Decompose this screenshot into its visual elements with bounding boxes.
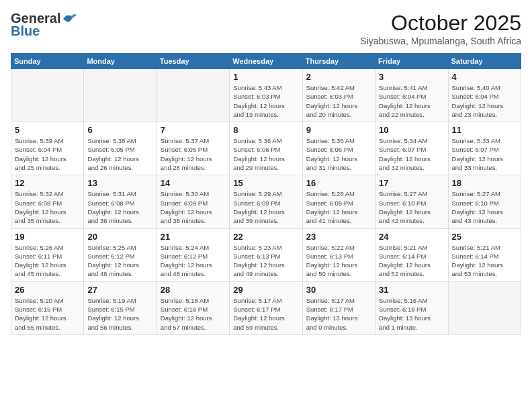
col-saturday: Saturday xyxy=(448,54,521,69)
day-number: 14 xyxy=(161,178,226,188)
day-info: Sunrise: 5:19 AMSunset: 6:15 PMDaylight:… xyxy=(87,296,152,332)
day-number: 8 xyxy=(233,125,298,135)
calendar-cell: 26Sunrise: 5:20 AMSunset: 6:15 PMDayligh… xyxy=(11,281,84,334)
day-number: 4 xyxy=(452,72,517,82)
calendar-cell: 9Sunrise: 5:35 AMSunset: 6:06 PMDaylight… xyxy=(302,122,375,175)
day-info: Sunrise: 5:16 AMSunset: 6:18 PMDaylight:… xyxy=(379,296,444,332)
day-number: 25 xyxy=(452,232,517,242)
calendar-cell xyxy=(84,69,157,122)
day-info: Sunrise: 5:43 AMSunset: 6:03 PMDaylight:… xyxy=(233,83,298,119)
calendar-cell: 13Sunrise: 5:31 AMSunset: 6:08 PMDayligh… xyxy=(84,175,157,228)
calendar-cell: 31Sunrise: 5:16 AMSunset: 6:18 PMDayligh… xyxy=(375,281,448,334)
day-number: 26 xyxy=(15,285,80,295)
month-title: October 2025 xyxy=(360,11,521,36)
day-number: 1 xyxy=(233,72,298,82)
day-info: Sunrise: 5:22 AMSunset: 6:13 PMDaylight:… xyxy=(306,243,371,279)
calendar-cell: 8Sunrise: 5:36 AMSunset: 6:06 PMDaylight… xyxy=(230,122,302,175)
calendar-cell: 17Sunrise: 5:27 AMSunset: 6:10 PMDayligh… xyxy=(375,175,448,228)
calendar-week-5: 26Sunrise: 5:20 AMSunset: 6:15 PMDayligh… xyxy=(11,281,521,334)
day-info: Sunrise: 5:34 AMSunset: 6:07 PMDaylight:… xyxy=(379,136,444,172)
header-row: Sunday Monday Tuesday Wednesday Thursday… xyxy=(11,54,521,69)
location-subtitle: Siyabuswa, Mpumalanga, South Africa xyxy=(360,36,521,46)
day-number: 18 xyxy=(452,178,517,188)
calendar-cell: 27Sunrise: 5:19 AMSunset: 6:15 PMDayligh… xyxy=(84,281,157,334)
day-info: Sunrise: 5:25 AMSunset: 6:12 PMDaylight:… xyxy=(87,243,152,279)
day-info: Sunrise: 5:24 AMSunset: 6:12 PMDaylight:… xyxy=(161,243,226,279)
calendar-cell: 12Sunrise: 5:32 AMSunset: 6:08 PMDayligh… xyxy=(11,175,84,228)
day-number: 2 xyxy=(306,72,371,82)
day-info: Sunrise: 5:42 AMSunset: 6:03 PMDaylight:… xyxy=(306,83,371,119)
day-info: Sunrise: 5:31 AMSunset: 6:08 PMDaylight:… xyxy=(87,189,152,225)
day-number: 3 xyxy=(379,72,444,82)
calendar-cell: 10Sunrise: 5:34 AMSunset: 6:07 PMDayligh… xyxy=(375,122,448,175)
day-number: 9 xyxy=(306,125,371,135)
title-area: October 2025 Siyabuswa, Mpumalanga, Sout… xyxy=(360,11,521,46)
day-number: 13 xyxy=(87,178,152,188)
calendar-cell: 25Sunrise: 5:21 AMSunset: 6:14 PMDayligh… xyxy=(448,228,521,281)
logo-blue-text: Blue xyxy=(11,24,40,39)
day-number: 7 xyxy=(161,125,226,135)
logo-bird-icon xyxy=(62,12,77,24)
calendar-cell xyxy=(448,281,521,334)
calendar-cell: 15Sunrise: 5:29 AMSunset: 6:09 PMDayligh… xyxy=(230,175,302,228)
day-number: 29 xyxy=(233,285,298,295)
day-info: Sunrise: 5:27 AMSunset: 6:10 PMDaylight:… xyxy=(379,189,444,225)
calendar-cell: 30Sunrise: 5:17 AMSunset: 6:17 PMDayligh… xyxy=(302,281,375,334)
day-info: Sunrise: 5:27 AMSunset: 6:10 PMDaylight:… xyxy=(452,189,517,225)
day-info: Sunrise: 5:40 AMSunset: 6:04 PMDaylight:… xyxy=(452,83,517,119)
calendar-cell: 6Sunrise: 5:38 AMSunset: 6:05 PMDaylight… xyxy=(84,122,157,175)
day-info: Sunrise: 5:37 AMSunset: 6:05 PMDaylight:… xyxy=(161,136,226,172)
calendar-cell: 23Sunrise: 5:22 AMSunset: 6:13 PMDayligh… xyxy=(302,228,375,281)
day-number: 16 xyxy=(306,178,371,188)
day-number: 21 xyxy=(161,232,226,242)
day-info: Sunrise: 5:29 AMSunset: 6:09 PMDaylight:… xyxy=(233,189,298,225)
calendar-cell: 28Sunrise: 5:18 AMSunset: 6:16 PMDayligh… xyxy=(157,281,229,334)
calendar-cell: 19Sunrise: 5:26 AMSunset: 6:11 PMDayligh… xyxy=(11,228,84,281)
day-number: 10 xyxy=(379,125,444,135)
day-info: Sunrise: 5:36 AMSunset: 6:06 PMDaylight:… xyxy=(233,136,298,172)
day-number: 15 xyxy=(233,178,298,188)
day-info: Sunrise: 5:20 AMSunset: 6:15 PMDaylight:… xyxy=(15,296,80,332)
calendar-cell: 16Sunrise: 5:28 AMSunset: 6:09 PMDayligh… xyxy=(302,175,375,228)
calendar-cell: 3Sunrise: 5:41 AMSunset: 6:04 PMDaylight… xyxy=(375,69,448,122)
day-number: 24 xyxy=(379,232,444,242)
col-tuesday: Tuesday xyxy=(157,54,229,69)
calendar-cell: 5Sunrise: 5:39 AMSunset: 6:04 PMDaylight… xyxy=(11,122,84,175)
calendar-cell: 4Sunrise: 5:40 AMSunset: 6:04 PMDaylight… xyxy=(448,69,521,122)
calendar-table: Sunday Monday Tuesday Wednesday Thursday… xyxy=(11,53,521,335)
day-number: 27 xyxy=(87,285,152,295)
calendar-cell xyxy=(11,69,84,122)
calendar-cell: 1Sunrise: 5:43 AMSunset: 6:03 PMDaylight… xyxy=(230,69,302,122)
calendar-cell: 7Sunrise: 5:37 AMSunset: 6:05 PMDaylight… xyxy=(157,122,229,175)
calendar-week-4: 19Sunrise: 5:26 AMSunset: 6:11 PMDayligh… xyxy=(11,228,521,281)
day-number: 30 xyxy=(306,285,371,295)
calendar-cell: 11Sunrise: 5:33 AMSunset: 6:07 PMDayligh… xyxy=(448,122,521,175)
day-info: Sunrise: 5:23 AMSunset: 6:13 PMDaylight:… xyxy=(233,243,298,279)
calendar-header: Sunday Monday Tuesday Wednesday Thursday… xyxy=(11,54,521,69)
day-number: 23 xyxy=(306,232,371,242)
day-info: Sunrise: 5:26 AMSunset: 6:11 PMDaylight:… xyxy=(15,243,80,279)
calendar-cell: 14Sunrise: 5:30 AMSunset: 6:09 PMDayligh… xyxy=(157,175,229,228)
day-number: 5 xyxy=(15,125,80,135)
calendar-cell: 18Sunrise: 5:27 AMSunset: 6:10 PMDayligh… xyxy=(448,175,521,228)
day-info: Sunrise: 5:28 AMSunset: 6:09 PMDaylight:… xyxy=(306,189,371,225)
page-header: General Blue October 2025 Siyabuswa, Mpu… xyxy=(11,11,521,46)
day-number: 11 xyxy=(452,125,517,135)
col-friday: Friday xyxy=(375,54,448,69)
calendar-cell: 20Sunrise: 5:25 AMSunset: 6:12 PMDayligh… xyxy=(84,228,157,281)
day-info: Sunrise: 5:21 AMSunset: 6:14 PMDaylight:… xyxy=(379,243,444,279)
col-wednesday: Wednesday xyxy=(230,54,302,69)
day-number: 19 xyxy=(15,232,80,242)
day-info: Sunrise: 5:39 AMSunset: 6:04 PMDaylight:… xyxy=(15,136,80,172)
calendar-cell: 22Sunrise: 5:23 AMSunset: 6:13 PMDayligh… xyxy=(230,228,302,281)
calendar-cell: 29Sunrise: 5:17 AMSunset: 6:17 PMDayligh… xyxy=(230,281,302,334)
day-number: 17 xyxy=(379,178,444,188)
calendar-week-3: 12Sunrise: 5:32 AMSunset: 6:08 PMDayligh… xyxy=(11,175,521,228)
day-info: Sunrise: 5:21 AMSunset: 6:14 PMDaylight:… xyxy=(452,243,517,279)
calendar-cell: 21Sunrise: 5:24 AMSunset: 6:12 PMDayligh… xyxy=(157,228,229,281)
day-info: Sunrise: 5:33 AMSunset: 6:07 PMDaylight:… xyxy=(452,136,517,172)
col-thursday: Thursday xyxy=(302,54,375,69)
col-sunday: Sunday xyxy=(11,54,84,69)
day-number: 31 xyxy=(379,285,444,295)
calendar-week-1: 1Sunrise: 5:43 AMSunset: 6:03 PMDaylight… xyxy=(11,69,521,122)
